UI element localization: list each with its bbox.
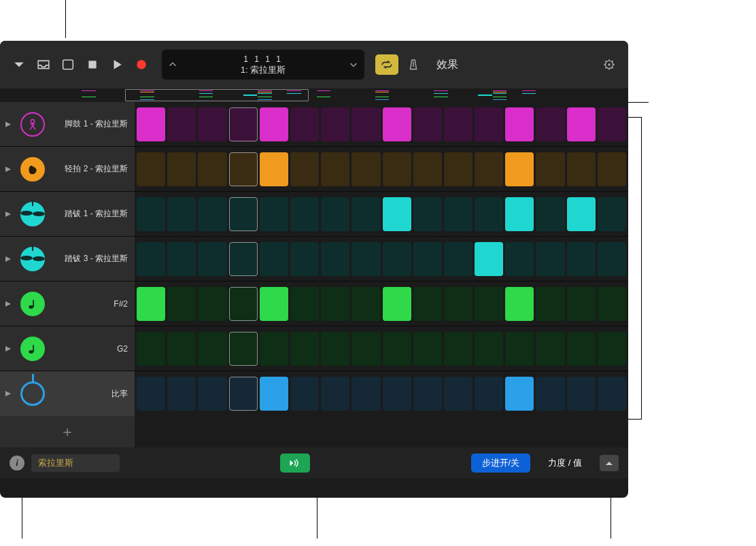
- cycle-button[interactable]: [375, 54, 398, 75]
- step-cell[interactable]: [413, 107, 442, 141]
- step-cell[interactable]: [536, 107, 564, 141]
- step-cell[interactable]: [598, 377, 626, 411]
- row-play-icon[interactable]: [0, 390, 16, 397]
- step-cell[interactable]: [167, 377, 196, 411]
- step-cell[interactable]: [444, 332, 472, 366]
- step-cell[interactable]: [290, 107, 319, 141]
- disclosure-up-icon[interactable]: [600, 455, 619, 471]
- step-cell[interactable]: [137, 197, 165, 231]
- step-cell[interactable]: [475, 107, 503, 141]
- step-cell[interactable]: [475, 332, 503, 366]
- row-header[interactable]: 比率: [0, 371, 135, 416]
- step-cell[interactable]: [383, 152, 411, 186]
- step-cell[interactable]: [475, 197, 503, 231]
- step-cell[interactable]: [351, 377, 380, 411]
- step-cell[interactable]: [321, 197, 349, 231]
- row-header[interactable]: 轻拍 2 - 索拉里斯: [0, 147, 135, 191]
- step-cell[interactable]: [198, 332, 226, 366]
- row-play-icon[interactable]: [0, 121, 16, 128]
- mode-step-onoff[interactable]: 步进开/关: [471, 454, 531, 473]
- step-cell[interactable]: [536, 332, 564, 366]
- step-cell[interactable]: [598, 242, 626, 276]
- step-cell[interactable]: [260, 152, 288, 186]
- step-cell[interactable]: [505, 287, 534, 321]
- step-cell[interactable]: [598, 152, 626, 186]
- metronome-icon[interactable]: [404, 55, 423, 74]
- step-cell[interactable]: [567, 242, 596, 276]
- step-cell[interactable]: [598, 197, 626, 231]
- step-cell[interactable]: [413, 377, 442, 411]
- fx-button[interactable]: 效果: [436, 58, 458, 72]
- step-cell[interactable]: [598, 287, 626, 321]
- step-cell[interactable]: [198, 242, 226, 276]
- play-button[interactable]: [107, 55, 126, 74]
- step-cell[interactable]: [536, 287, 564, 321]
- step-cell[interactable]: [351, 242, 380, 276]
- step-cell[interactable]: [505, 107, 534, 141]
- step-cell[interactable]: [475, 287, 503, 321]
- step-cell[interactable]: [198, 197, 226, 231]
- step-cell[interactable]: [198, 107, 226, 141]
- step-cell[interactable]: [536, 377, 564, 411]
- step-cell[interactable]: [567, 287, 596, 321]
- step-cell[interactable]: [260, 242, 288, 276]
- step-cell[interactable]: [505, 242, 534, 276]
- step-cell[interactable]: [167, 152, 196, 186]
- row-header[interactable]: F#2: [0, 281, 135, 326]
- step-cell[interactable]: [229, 287, 258, 321]
- step-cell[interactable]: [321, 332, 349, 366]
- step-cell[interactable]: [383, 287, 411, 321]
- step-cell[interactable]: [198, 377, 226, 411]
- step-cell[interactable]: [536, 197, 564, 231]
- step-cell[interactable]: [475, 152, 503, 186]
- step-cell[interactable]: [567, 107, 596, 141]
- step-cell[interactable]: [290, 287, 319, 321]
- pattern-overview[interactable]: [0, 88, 628, 102]
- step-cell[interactable]: [444, 107, 472, 141]
- step-cell[interactable]: [137, 107, 165, 141]
- step-cell[interactable]: [351, 332, 380, 366]
- step-cell[interactable]: [351, 197, 380, 231]
- row-header[interactable]: 脚鼓 1 - 索拉里斯: [0, 102, 135, 146]
- step-cell[interactable]: [260, 287, 288, 321]
- step-cell[interactable]: [598, 332, 626, 366]
- step-cell[interactable]: [444, 377, 472, 411]
- row-play-icon[interactable]: [0, 345, 16, 352]
- step-cell[interactable]: [167, 332, 196, 366]
- step-cell[interactable]: [351, 287, 380, 321]
- step-cell[interactable]: [137, 242, 165, 276]
- step-cell[interactable]: [321, 287, 349, 321]
- step-cell[interactable]: [413, 242, 442, 276]
- step-cell[interactable]: [321, 242, 349, 276]
- row-header[interactable]: G2: [0, 326, 135, 371]
- step-cell[interactable]: [475, 242, 503, 276]
- step-cell[interactable]: [351, 152, 380, 186]
- step-cell[interactable]: [383, 332, 411, 366]
- step-cell[interactable]: [260, 197, 288, 231]
- row-header[interactable]: 踏钹 1 - 索拉里斯: [0, 192, 135, 236]
- row-play-icon[interactable]: [0, 211, 16, 218]
- step-cell[interactable]: [167, 242, 196, 276]
- step-cell[interactable]: [229, 242, 258, 276]
- row-play-icon[interactable]: [0, 256, 16, 262]
- step-cell[interactable]: [290, 377, 319, 411]
- step-cell[interactable]: [290, 152, 319, 186]
- step-cell[interactable]: [475, 377, 503, 411]
- step-cell[interactable]: [413, 197, 442, 231]
- preview-button[interactable]: [280, 454, 310, 473]
- patch-name-field[interactable]: 索拉里斯: [31, 454, 120, 472]
- step-cell[interactable]: [198, 152, 226, 186]
- step-cell[interactable]: [321, 377, 349, 411]
- step-cell[interactable]: [444, 152, 472, 186]
- step-cell[interactable]: [198, 287, 226, 321]
- step-cell[interactable]: [567, 152, 596, 186]
- step-cell[interactable]: [567, 197, 596, 231]
- step-cell[interactable]: [167, 197, 196, 231]
- step-cell[interactable]: [444, 197, 472, 231]
- menu-dropdown-icon[interactable]: [10, 55, 29, 74]
- step-cell[interactable]: [383, 377, 411, 411]
- step-cell[interactable]: [505, 332, 534, 366]
- step-cell[interactable]: [505, 197, 534, 231]
- next-pattern-icon[interactable]: [345, 56, 362, 73]
- record-button[interactable]: [132, 55, 151, 74]
